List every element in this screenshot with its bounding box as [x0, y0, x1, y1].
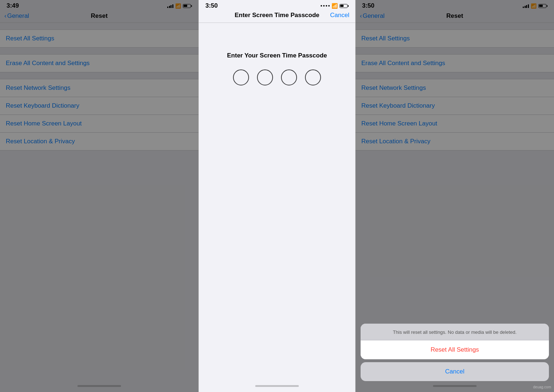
cancel-button-center[interactable]: Cancel [330, 12, 349, 19]
chevron-left-icon-right: ‹ [360, 12, 362, 20]
nav-bar-left: ‹ General Reset [0, 11, 198, 23]
passcode-dots [233, 69, 321, 85]
list-item[interactable]: Erase All Content and Settings [356, 54, 554, 72]
list-item[interactable]: Reset Home Screen Layout [356, 115, 554, 133]
passcode-dot-1 [233, 69, 249, 85]
nav-bar-center: Enter Screen Time Passcode Cancel [199, 11, 355, 23]
settings-list-left: Reset All Settings Erase All Content and… [0, 23, 198, 382]
list-item[interactable]: Reset Keyboard Dictionary [356, 97, 554, 115]
list-item[interactable]: Reset All Settings [0, 29, 198, 48]
status-icons-center: 📶 [321, 3, 349, 9]
chevron-left-icon-left: ‹ [4, 12, 7, 20]
back-button-right[interactable]: ‹ General [360, 12, 385, 20]
back-label-left: General [7, 12, 29, 20]
reset-all-settings-button[interactable]: Reset All Settings [361, 340, 549, 359]
status-icons-right: 📶 [523, 3, 547, 9]
passcode-prompt: Enter Your Screen Time Passcode [227, 52, 327, 59]
alert-sheet: This will reset all settings. No data or… [356, 324, 554, 392]
right-panel: 3:50 📶 ‹ General Reset [356, 0, 554, 392]
nav-title-right: Reset [446, 12, 463, 20]
wifi-icon-right: 📶 [531, 3, 537, 9]
list-item[interactable]: Reset Network Settings [356, 79, 554, 97]
time-left: 3:49 [7, 2, 19, 9]
list-item[interactable]: Reset Location & Privacy [356, 133, 554, 151]
list-item[interactable]: Reset Keyboard Dictionary [0, 97, 198, 115]
status-icons-left: 📶 [167, 3, 192, 9]
alert-cancel-button[interactable]: Cancel [361, 362, 549, 381]
status-bar-center: 3:50 📶 [199, 0, 355, 11]
signal-dots-center [321, 5, 330, 7]
home-indicator-center [199, 382, 355, 392]
back-button-left[interactable]: ‹ General [4, 12, 29, 20]
wifi-icon-center: 📶 [332, 3, 338, 9]
time-center: 3:50 [205, 2, 218, 9]
passcode-dot-3 [281, 69, 297, 85]
status-bar-right: 3:50 📶 [356, 0, 554, 11]
list-item[interactable]: Erase All Content and Settings [0, 54, 198, 72]
passcode-dot-2 [257, 69, 273, 85]
passcode-dot-4 [305, 69, 321, 85]
time-right: 3:50 [362, 2, 374, 9]
status-bar-left: 3:49 📶 [0, 0, 198, 11]
list-item[interactable]: Reset Network Settings [0, 79, 198, 97]
left-panel: 3:49 📶 ‹ General Reset [0, 0, 198, 392]
nav-bar-right: ‹ General Reset [356, 11, 554, 23]
list-item[interactable]: Reset Location & Privacy [0, 133, 198, 151]
battery-icon-left [183, 4, 192, 8]
list-item[interactable]: Reset All Settings [356, 29, 554, 48]
wifi-icon-left: 📶 [175, 3, 181, 9]
list-item[interactable]: Reset Home Screen Layout [0, 115, 198, 133]
passcode-content: Enter Your Screen Time Passcode [199, 23, 355, 382]
alert-sheet-inner: This will reset all settings. No data or… [361, 324, 549, 359]
battery-icon-center [340, 4, 349, 8]
nav-title-left: Reset [91, 12, 108, 20]
center-panel: 3:50 📶 Enter Screen Time Passcode Cancel… [198, 0, 356, 392]
signal-icon-right [523, 4, 529, 8]
signal-icon-left [167, 4, 173, 8]
watermark: deuag.com [533, 385, 551, 389]
home-indicator-left [0, 382, 198, 392]
back-label-right: General [363, 12, 385, 20]
alert-message: This will reset all settings. No data or… [361, 324, 549, 340]
nav-title-center: Enter Screen Time Passcode [234, 12, 319, 19]
battery-icon-right [538, 4, 548, 8]
